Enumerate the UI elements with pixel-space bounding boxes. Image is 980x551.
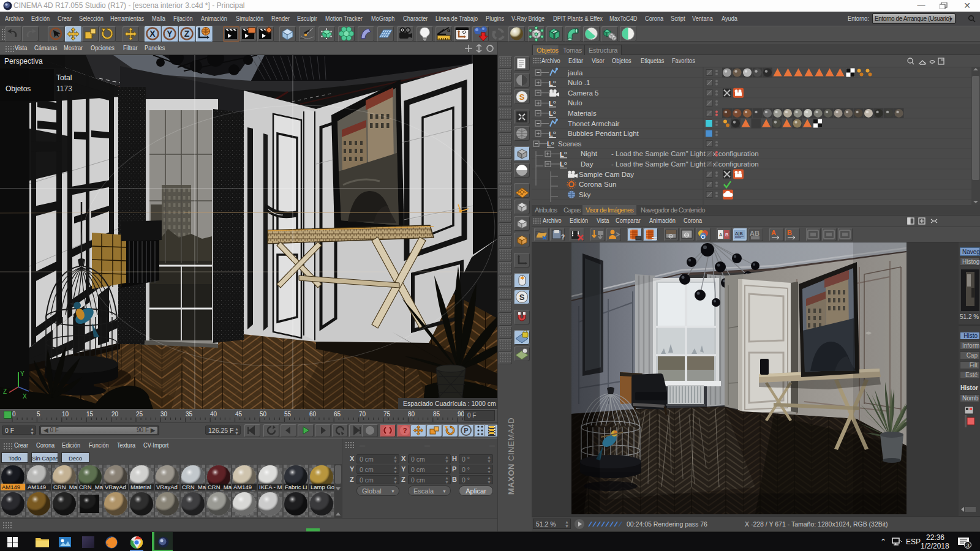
svg-text:CRN_Ma: CRN_Ma — [208, 484, 232, 490]
svg-text:AM149_: AM149_ — [233, 484, 255, 490]
svg-text:Thonet Armchair: Thonet Armchair — [568, 120, 620, 127]
svg-text:L: L — [547, 140, 551, 148]
svg-text:AB: AB — [750, 230, 760, 237]
svg-text:X: X — [23, 393, 27, 400]
svg-text:Materials: Materials — [568, 110, 597, 117]
svg-text:Objetos: Objetos — [6, 84, 31, 93]
svg-text:Day: Day — [581, 160, 594, 168]
svg-text:S: S — [519, 293, 525, 302]
svg-text:Camera 5: Camera 5 — [568, 89, 599, 97]
svg-text:Z: Z — [3, 388, 7, 395]
svg-text:Night: Night — [581, 150, 598, 157]
svg-text:S: S — [519, 92, 525, 102]
svg-text:CRN_Ma: CRN_Ma — [79, 484, 104, 490]
svg-text:AM149_: AM149_ — [28, 484, 50, 490]
svg-text:P: P — [464, 427, 468, 434]
svg-text:B: B — [787, 229, 792, 236]
svg-text:Perspectiva: Perspectiva — [4, 57, 43, 66]
svg-text:VRayAd: VRayAd — [156, 484, 178, 490]
svg-text:L: L — [549, 110, 553, 117]
svg-text:jaula: jaula — [567, 69, 583, 77]
svg-text:CRN_Ma: CRN_Ma — [182, 484, 206, 490]
svg-text:Y: Y — [20, 370, 24, 377]
svg-text:VRayAd: VRayAd — [105, 484, 126, 490]
svg-text:Espaciado Cuadrícula : 1000 cm: Espaciado Cuadrícula : 1000 cm — [403, 400, 496, 407]
svg-text:?: ? — [403, 427, 407, 434]
svg-text:3: 3 — [966, 542, 969, 549]
svg-text:Lamp Go: Lamp Go — [311, 484, 334, 490]
svg-text:Y: Y — [167, 29, 173, 39]
svg-text:Sample Cam Day: Sample Cam Day — [579, 171, 634, 178]
svg-text:Nulo: Nulo — [568, 99, 582, 107]
svg-text:1173: 1173 — [56, 84, 72, 93]
svg-text:Corona Sun: Corona Sun — [579, 181, 616, 188]
svg-text:Z: Z — [184, 29, 190, 39]
svg-text:- Load the Sample Cam" Light: - Load the Sample Cam" LightMix configur… — [611, 150, 759, 157]
svg-text:A: A — [719, 232, 723, 238]
svg-text:L: L — [549, 80, 553, 87]
svg-text:o: o — [564, 150, 567, 156]
svg-text:CRN_Ma: CRN_Ma — [53, 484, 78, 490]
svg-text:o: o — [553, 110, 556, 115]
svg-text:o: o — [553, 99, 556, 105]
svg-text:L: L — [560, 160, 564, 168]
svg-text:α: α — [447, 27, 450, 33]
svg-text:Material: Material — [130, 484, 151, 490]
svg-text:IKEA - M: IKEA - M — [259, 484, 282, 490]
svg-text:X: X — [149, 29, 156, 39]
svg-text:A|B: A|B — [735, 231, 743, 236]
svg-text:o: o — [564, 160, 567, 166]
svg-text:L: L — [549, 130, 553, 138]
svg-text:A: A — [771, 229, 776, 236]
svg-text:- Load the Sample Cam" Light: - Load the Sample Cam" LightMix configur… — [611, 160, 759, 168]
svg-text:Nulo .1: Nulo .1 — [568, 79, 590, 86]
svg-text:L: L — [549, 100, 553, 107]
svg-text:L: L — [560, 151, 564, 158]
svg-text:?: ? — [561, 234, 565, 241]
svg-text:o: o — [553, 130, 556, 135]
svg-text:Fabric Li: Fabric Li — [285, 484, 307, 490]
svg-text:Total: Total — [56, 73, 72, 82]
svg-text:B: B — [725, 232, 728, 238]
svg-text:o: o — [551, 140, 554, 146]
svg-text:Bubbles Pendant Light: Bubbles Pendant Light — [568, 130, 639, 137]
svg-text:AM149: AM149 — [2, 484, 20, 490]
svg-text:Scenes: Scenes — [558, 140, 582, 148]
svg-text:o: o — [553, 79, 556, 84]
svg-text:Sky: Sky — [579, 191, 590, 198]
